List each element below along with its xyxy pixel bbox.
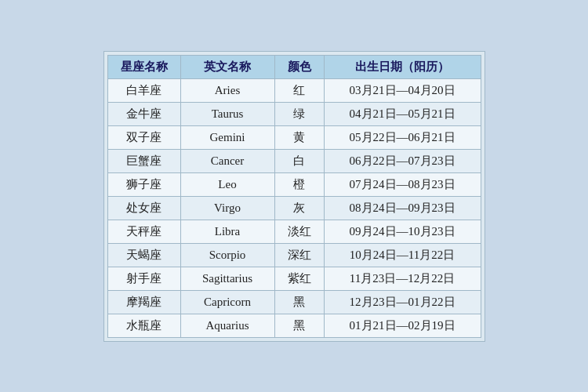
header-chinese: 星座名称 xyxy=(107,55,180,78)
cell-english: Sagittarius xyxy=(180,267,274,290)
cell-dates: 05月22日—06月21日 xyxy=(324,125,481,149)
cell-chinese: 狮子座 xyxy=(107,172,180,196)
table-row: 金牛座Taurus绿04月21日—05月21日 xyxy=(107,102,481,125)
cell-color: 淡红 xyxy=(274,220,324,243)
cell-dates: 08月24日—09月23日 xyxy=(324,196,481,220)
table-header-row: 星座名称 英文名称 颜色 出生日期（阳历） xyxy=(107,55,481,78)
cell-chinese: 摩羯座 xyxy=(107,290,180,314)
cell-english: Virgo xyxy=(180,196,274,220)
table-row: 射手座Sagittarius紫红11月23日—12月22日 xyxy=(107,267,481,290)
cell-color: 绿 xyxy=(274,102,324,125)
table-row: 摩羯座Capricorn黑12月23日—01月22日 xyxy=(107,290,481,314)
cell-english: Libra xyxy=(180,220,274,243)
cell-color: 深红 xyxy=(274,243,324,267)
cell-chinese: 天蝎座 xyxy=(107,243,180,267)
cell-dates: 09月24日—10月23日 xyxy=(324,220,481,243)
cell-chinese: 双子座 xyxy=(107,125,180,149)
cell-chinese: 射手座 xyxy=(107,267,180,290)
table-row: 白羊座Aries红03月21日—04月20日 xyxy=(107,78,481,102)
cell-english: Cancer xyxy=(180,149,274,172)
cell-english: Aquarius xyxy=(180,314,274,337)
cell-chinese: 处女座 xyxy=(107,196,180,220)
cell-dates: 01月21日—02月19日 xyxy=(324,314,481,337)
table-row: 狮子座Leo橙07月24日—08月23日 xyxy=(107,172,481,196)
cell-dates: 11月23日—12月22日 xyxy=(324,267,481,290)
cell-dates: 04月21日—05月21日 xyxy=(324,102,481,125)
cell-english: Taurus xyxy=(180,102,274,125)
zodiac-table-container: 星座名称 英文名称 颜色 出生日期（阳历） 白羊座Aries红03月21日—04… xyxy=(103,51,485,342)
cell-color: 灰 xyxy=(274,196,324,220)
cell-english: Leo xyxy=(180,172,274,196)
table-row: 水瓶座Aquarius黑01月21日—02月19日 xyxy=(107,314,481,337)
cell-english: Gemini xyxy=(180,125,274,149)
cell-color: 白 xyxy=(274,149,324,172)
cell-chinese: 天秤座 xyxy=(107,220,180,243)
cell-chinese: 白羊座 xyxy=(107,78,180,102)
table-row: 处女座Virgo灰08月24日—09月23日 xyxy=(107,196,481,220)
cell-color: 黑 xyxy=(274,290,324,314)
cell-english: Capricorn xyxy=(180,290,274,314)
cell-dates: 12月23日—01月22日 xyxy=(324,290,481,314)
cell-dates: 03月21日—04月20日 xyxy=(324,78,481,102)
cell-chinese: 水瓶座 xyxy=(107,314,180,337)
cell-dates: 10月24日—11月22日 xyxy=(324,243,481,267)
cell-english: Scorpio xyxy=(180,243,274,267)
cell-dates: 07月24日—08月23日 xyxy=(324,172,481,196)
cell-chinese: 巨蟹座 xyxy=(107,149,180,172)
cell-dates: 06月22日—07月23日 xyxy=(324,149,481,172)
table-row: 天秤座Libra淡红09月24日—10月23日 xyxy=(107,220,481,243)
table-row: 双子座Gemini黄05月22日—06月21日 xyxy=(107,125,481,149)
header-date: 出生日期（阳历） xyxy=(324,55,481,78)
header-color: 颜色 xyxy=(274,55,324,78)
header-english: 英文名称 xyxy=(180,55,274,78)
cell-color: 黄 xyxy=(274,125,324,149)
cell-color: 橙 xyxy=(274,172,324,196)
cell-color: 紫红 xyxy=(274,267,324,290)
cell-color: 红 xyxy=(274,78,324,102)
zodiac-table: 星座名称 英文名称 颜色 出生日期（阳历） 白羊座Aries红03月21日—04… xyxy=(107,55,481,338)
cell-chinese: 金牛座 xyxy=(107,102,180,125)
cell-english: Aries xyxy=(180,78,274,102)
cell-color: 黑 xyxy=(274,314,324,337)
table-row: 巨蟹座Cancer白06月22日—07月23日 xyxy=(107,149,481,172)
table-row: 天蝎座Scorpio深红10月24日—11月22日 xyxy=(107,243,481,267)
